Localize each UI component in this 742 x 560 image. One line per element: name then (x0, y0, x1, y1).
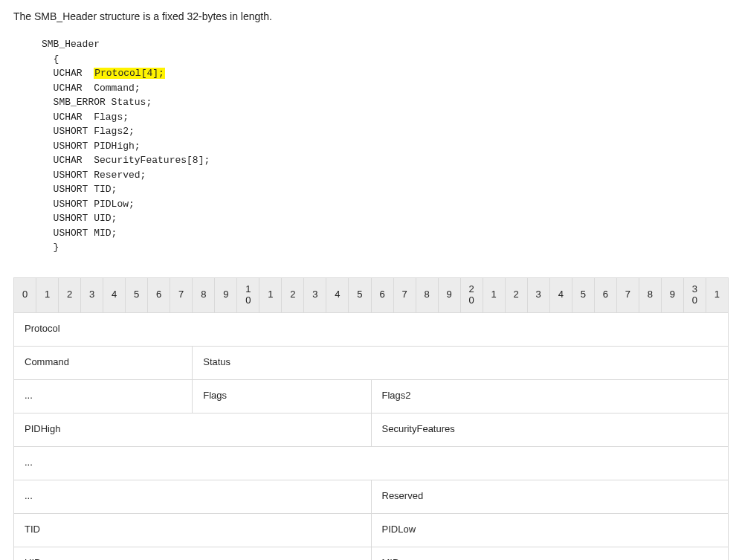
bit-column-header: 3 (304, 277, 326, 312)
code-line: USHORT TID; (42, 184, 117, 195)
table-row: UID MID (14, 547, 729, 560)
bit-column-header: 1 (706, 277, 728, 312)
field-flags: Flags (193, 379, 371, 413)
bit-column-header: 7 (393, 277, 416, 312)
bit-column-header: 1 (483, 277, 505, 312)
bit-column-header: 6 (594, 277, 616, 312)
code-line: UCHAR Flags; (42, 112, 129, 123)
bit-column-header: 30 (683, 277, 706, 312)
bit-column-header: 7 (170, 277, 193, 312)
code-line: UCHAR SecurityFeatures[8]; (42, 155, 210, 166)
bit-column-header: 9 (661, 277, 683, 312)
table-row: ... Reserved (14, 480, 729, 513)
field-protocol: Protocol (14, 312, 729, 346)
field-status: Status (193, 346, 729, 379)
bit-column-header: 6 (371, 277, 393, 312)
field-pidhigh: PIDHigh (14, 413, 372, 446)
code-line: UCHAR (42, 68, 94, 79)
bit-column-header: 9 (215, 277, 237, 312)
bit-column-header: 6 (148, 277, 170, 312)
field-pidlow: PIDLow (371, 513, 729, 547)
bit-column-header: 3 (81, 277, 103, 312)
field-securityfeatures: SecurityFeatures (371, 413, 729, 446)
field-command: Command (14, 346, 193, 379)
code-line: UCHAR Command; (42, 83, 141, 94)
field-ellipsis: ... (14, 379, 193, 413)
bit-layout-table: 01234567891012345678920123456789301 Prot… (13, 277, 729, 560)
field-flags2: Flags2 (371, 379, 729, 413)
bit-column-header: 4 (326, 277, 349, 312)
table-row: TID PIDLow (14, 513, 729, 547)
bit-column-header: 1 (259, 277, 282, 312)
table-row: Protocol (14, 312, 729, 346)
table-row: ... (14, 446, 729, 480)
code-line: } (42, 242, 59, 253)
bit-column-header: 2 (505, 277, 527, 312)
table-row: Command Status (14, 346, 729, 379)
code-line: USHORT PIDLow; (42, 199, 135, 210)
bit-column-header: 4 (549, 277, 572, 312)
code-line: USHORT Flags2; (42, 126, 135, 137)
code-line: USHORT PIDHigh; (42, 141, 141, 152)
code-line: SMB_Header (42, 39, 100, 50)
code-line: USHORT UID; (42, 213, 117, 224)
bit-column-header: 5 (572, 277, 594, 312)
table-row: ... Flags Flags2 (14, 379, 729, 413)
code-highlight-protocol: Protocol[4]; (94, 68, 165, 79)
code-line: USHORT MID; (42, 228, 117, 239)
field-ellipsis: ... (14, 480, 372, 513)
bit-column-header: 1 (36, 277, 59, 312)
bit-column-header: 5 (349, 277, 371, 312)
code-line: SMB_ERROR Status; (42, 97, 152, 108)
intro-text: The SMB_Header structure is a fixed 32-b… (13, 9, 729, 24)
table-row: PIDHigh SecurityFeatures (14, 413, 729, 446)
bit-column-header: 7 (616, 277, 639, 312)
bit-column-header: 10 (237, 277, 259, 312)
bit-column-header: 4 (103, 277, 126, 312)
bit-column-header: 8 (193, 277, 215, 312)
bit-column-header: 5 (126, 277, 148, 312)
struct-code-block: SMB_Header { UCHAR Protocol[4]; UCHAR Co… (13, 37, 729, 255)
code-line: { (42, 54, 59, 65)
bit-column-header: 8 (639, 277, 661, 312)
bit-column-header: 9 (438, 277, 460, 312)
field-tid: TID (14, 513, 372, 547)
bit-column-header: 2 (59, 277, 81, 312)
bit-column-header: 20 (460, 277, 483, 312)
field-ellipsis: ... (14, 446, 729, 480)
field-reserved: Reserved (371, 480, 729, 513)
bit-column-header: 3 (527, 277, 549, 312)
code-line: USHORT Reserved; (42, 170, 146, 181)
bit-column-header: 8 (416, 277, 438, 312)
field-uid: UID (14, 547, 372, 560)
bit-column-header: 2 (282, 277, 304, 312)
field-mid: MID (371, 547, 729, 560)
bit-column-header: 0 (14, 277, 36, 312)
bit-header-row: 01234567891012345678920123456789301 (14, 277, 729, 312)
